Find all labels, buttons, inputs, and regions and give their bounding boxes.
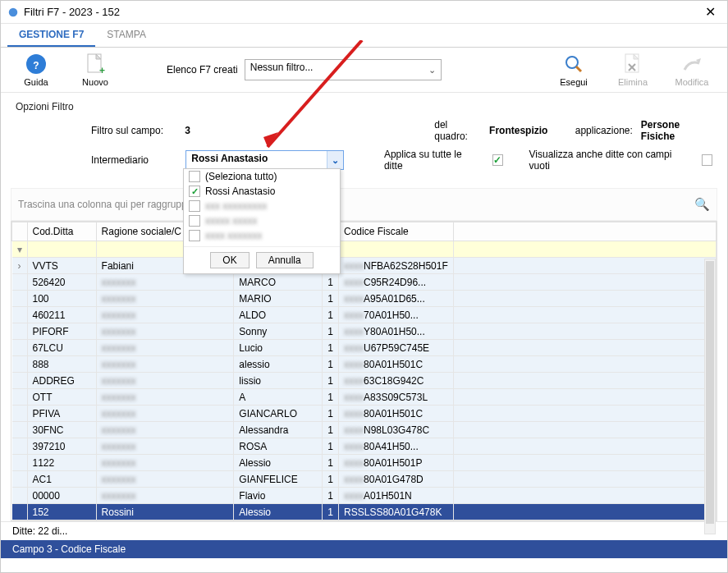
col-cf[interactable]: Codice Fiscale [339, 222, 454, 241]
status-bar: Campo 3 - Codice Fiscale [1, 540, 727, 558]
table-row[interactable]: 888xxxxxxxalessio1xxxx80A01H501C [12, 356, 717, 373]
group-drag-zone[interactable]: Trascina una colonna qui per raggruppxxx… [11, 188, 717, 221]
col-cod[interactable]: Cod.Ditta [27, 222, 96, 241]
table-row[interactable]: 100xxxxxxxMARIO1xxxxA95A01D65... [12, 291, 717, 307]
new-icon: + [84, 53, 107, 76]
grid-footer: Ditte: 22 di... [1, 521, 727, 540]
svg-point-5 [566, 57, 578, 68]
data-grid[interactable]: Cod.Ditta Ragione sociale/C Codice Fisca… [11, 222, 717, 520]
table-row[interactable]: ›VVTSFabianixxxxNFBA62S28H501F [12, 258, 717, 274]
dropdown-opt-rossi[interactable]: ✓ Rossi Anastasio [184, 184, 340, 199]
help-icon: ? [25, 53, 48, 76]
table-row[interactable]: PFIVAxxxxxxxGIANCARLO1xxxx80A01H501C [12, 406, 717, 422]
table-row[interactable]: 00000xxxxxxxFlavio1xxxxA01H501N [12, 488, 717, 504]
quadro-value: Frontespizio [489, 125, 567, 136]
dropdown-select-all[interactable]: (Seleziona tutto) [184, 169, 340, 184]
help-button[interactable]: ? Guida [12, 53, 60, 87]
applica-tutte-check[interactable]: ✓ [492, 154, 504, 166]
svg-text:+: + [99, 65, 105, 76]
edit-icon [680, 53, 703, 76]
options-title: Opzioni Filtro [1, 93, 727, 117]
checkbox-icon[interactable] [189, 200, 200, 212]
tab-gestione[interactable]: GESTIONE F7 [7, 24, 95, 47]
chevron-down-icon[interactable]: ⌄ [327, 151, 343, 169]
esegui-button[interactable]: Esegui [550, 53, 598, 87]
campo-value: 3 [185, 125, 263, 136]
table-row[interactable]: 152RossiniAlessio1RSSLSS80A01G478K [12, 504, 717, 520]
filter-icon[interactable]: ▾ [12, 241, 28, 258]
intermediario-select[interactable]: Rossi Anastasio ⌄ [185, 150, 344, 170]
table-row[interactable]: AC1xxxxxxxGIANFELICE1xxxx80A01G478D [12, 471, 717, 488]
tab-stampa[interactable]: STAMPA [95, 24, 158, 47]
applica-tutte-label: Applica su tutte le ditte [384, 149, 479, 172]
table-row[interactable]: 397210xxxxxxxROSA1xxxx80A41H50... [12, 438, 717, 455]
window-title: Filtri F7 - 2023 - 152 [24, 6, 120, 18]
app-label: applicazione: [575, 125, 633, 136]
table-row[interactable]: 460211xxxxxxxALDO1xxxx70A01H50... [12, 307, 717, 323]
dropdown-opt-5[interactable]: xxxx xxxxxxx [184, 228, 340, 243]
filter-cf[interactable] [339, 241, 454, 258]
filter-cod[interactable] [27, 241, 96, 258]
table-row[interactable]: 526420xxxxxxxMARCO1xxxxC95R24D96... [12, 274, 717, 291]
vis-vuoti-check[interactable] [702, 154, 713, 166]
checkbox-icon[interactable] [189, 215, 200, 227]
table-row[interactable]: 30FNCxxxxxxxAlessandra1xxxxN98L03G478C [12, 422, 717, 438]
campo-label: Filtro sul campo: [91, 125, 176, 136]
svg-line-6 [576, 66, 581, 71]
table-row[interactable]: 67LCUxxxxxxxLucio1xxxxU67P59C745E [12, 340, 717, 356]
svg-point-0 [9, 7, 18, 16]
app-value: Persone Fisiche [641, 119, 712, 142]
chevron-down-icon: ⌄ [428, 65, 436, 76]
app-icon [7, 7, 19, 18]
dropdown-opt-4[interactable]: xxxxx xxxxx [184, 213, 340, 228]
grid-search-icon[interactable]: 🔍 [694, 197, 710, 212]
elenco-select[interactable]: Nessun filtro... ⌄ [245, 59, 442, 80]
search-icon [562, 53, 585, 76]
elimina-button[interactable]: Elimina [609, 53, 657, 87]
delete-icon [621, 53, 644, 76]
svg-text:?: ? [33, 60, 39, 71]
elenco-label: Elenco F7 creati [167, 64, 238, 76]
table-row[interactable]: 1122xxxxxxxAlessio1xxxx80A01H501P [12, 455, 717, 471]
dropdown-ok-button[interactable]: OK [210, 252, 249, 268]
checkbox-checked-icon[interactable]: ✓ [189, 186, 200, 197]
table-row[interactable]: PIFORFxxxxxxxSonny1xxxxY80A01H50... [12, 323, 717, 340]
dropdown-cancel-button[interactable]: Annulla [256, 252, 314, 268]
table-row[interactable]: ADDREGxxxxxxxlissio1xxxx63C18G942C [12, 373, 717, 389]
vis-vuoti-label: Visualizza anche ditte con campi vuoti [529, 149, 689, 172]
dropdown-opt-3[interactable]: xxx xxxxxxxxx [184, 199, 340, 213]
new-button[interactable]: + Nuovo [71, 53, 119, 87]
table-row[interactable]: OTTxxxxxxxA1xxxxA83S09C573L [12, 389, 717, 406]
modifica-button[interactable]: Modifica [668, 53, 716, 87]
checkbox-icon[interactable] [189, 171, 200, 182]
quadro-label: del quadro: [434, 119, 481, 142]
close-icon[interactable]: ✕ [700, 2, 721, 21]
vertical-scrollbar[interactable] [704, 259, 716, 534]
checkbox-icon[interactable] [189, 230, 200, 241]
intermediario-dropdown[interactable]: (Seleziona tutto) ✓ Rossi Anastasio xxx … [183, 168, 341, 274]
intermed-label: Intermediario [91, 154, 177, 166]
